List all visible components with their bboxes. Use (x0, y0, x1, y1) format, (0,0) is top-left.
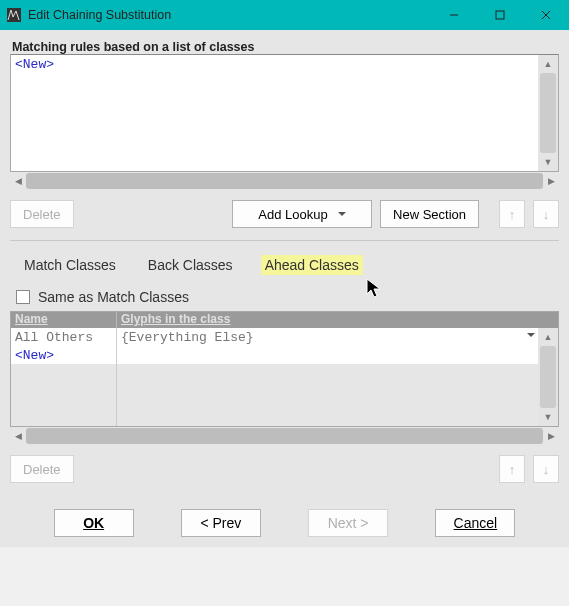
table-row (11, 364, 538, 426)
table-horizontal-scrollbar[interactable]: ◀ ▶ (10, 427, 559, 445)
scroll-down-icon[interactable]: ▼ (538, 153, 558, 171)
cell-glyphs-text: {Everything Else} (121, 330, 254, 345)
hscroll-track[interactable] (26, 428, 543, 444)
footer-buttons: OK < Prev Next > Cancel (10, 509, 559, 537)
cancel-button[interactable]: Cancel (435, 509, 515, 537)
close-button[interactable] (523, 0, 569, 30)
titlebar: Edit Chaining Substitution (0, 0, 569, 30)
same-as-match-checkbox[interactable] (16, 290, 30, 304)
scroll-up-icon[interactable]: ▲ (538, 55, 558, 73)
move-class-down-button[interactable]: ↓ (533, 455, 559, 483)
client-area: Matching rules based on a list of classe… (0, 30, 569, 547)
next-button[interactable]: Next > (308, 509, 388, 537)
table-header: Name Glyphs in the class (11, 312, 558, 328)
ok-label: OK (83, 515, 104, 531)
delete-class-button[interactable]: Delete (10, 455, 74, 483)
maximize-button[interactable] (477, 0, 523, 30)
rules-new-item[interactable]: <New> (15, 57, 534, 72)
classes-button-row: Delete ↑ ↓ (10, 455, 559, 483)
cancel-label: Cancel (454, 515, 498, 531)
ok-button[interactable]: OK (54, 509, 134, 537)
tab-match-classes[interactable]: Match Classes (20, 255, 120, 275)
new-section-button[interactable]: New Section (380, 200, 479, 228)
tab-ahead-classes[interactable]: Ahead Classes (261, 255, 363, 275)
column-header-name[interactable]: Name (11, 312, 117, 328)
cell-name-new[interactable]: <New> (11, 346, 117, 364)
scroll-track[interactable] (540, 73, 556, 153)
classes-table[interactable]: Name Glyphs in the class All Others {Eve… (10, 311, 559, 427)
divider (10, 240, 559, 241)
add-lookup-dropdown[interactable]: Add Lookup (232, 200, 372, 228)
scroll-left-icon[interactable]: ◀ (10, 428, 26, 444)
class-tabs: Match Classes Back Classes Ahead Classes (10, 255, 559, 275)
scroll-track[interactable] (540, 346, 556, 408)
rules-listbox[interactable]: <New> ▲ ▼ (10, 54, 559, 172)
rules-button-row: Delete Add Lookup New Section ↑ ↓ (10, 200, 559, 228)
app-icon (6, 7, 22, 23)
scroll-right-icon[interactable]: ▶ (543, 428, 559, 444)
table-body: All Others {Everything Else} <New> (11, 328, 538, 426)
minimize-button[interactable] (431, 0, 477, 30)
column-header-glyphs[interactable]: Glyphs in the class (117, 312, 558, 328)
scroll-left-icon[interactable]: ◀ (10, 173, 26, 189)
chevron-down-icon[interactable] (527, 333, 535, 341)
window-title: Edit Chaining Substitution (28, 8, 431, 22)
prev-button[interactable]: < Prev (181, 509, 261, 537)
rules-horizontal-scrollbar[interactable]: ◀ ▶ (10, 172, 559, 190)
cell-glyphs[interactable]: {Everything Else} (117, 330, 538, 345)
scroll-up-icon[interactable]: ▲ (538, 328, 558, 346)
tab-back-classes[interactable]: Back Classes (144, 255, 237, 275)
same-as-match-row: Same as Match Classes (10, 289, 559, 305)
table-vertical-scrollbar[interactable]: ▲ ▼ (538, 328, 558, 426)
move-class-up-button[interactable]: ↑ (499, 455, 525, 483)
cell-name[interactable]: All Others (11, 328, 117, 346)
rules-label: Matching rules based on a list of classe… (10, 40, 559, 54)
scroll-down-icon[interactable]: ▼ (538, 408, 558, 426)
delete-rule-button[interactable]: Delete (10, 200, 74, 228)
move-rule-down-button[interactable]: ↓ (533, 200, 559, 228)
rules-vertical-scrollbar[interactable]: ▲ ▼ (538, 55, 558, 171)
same-as-match-label: Same as Match Classes (38, 289, 189, 305)
hscroll-track[interactable] (26, 173, 543, 189)
table-row[interactable]: All Others {Everything Else} (11, 328, 538, 346)
move-rule-up-button[interactable]: ↑ (499, 200, 525, 228)
svg-rect-2 (496, 11, 504, 19)
table-row[interactable]: <New> (11, 346, 538, 364)
scroll-right-icon[interactable]: ▶ (543, 173, 559, 189)
